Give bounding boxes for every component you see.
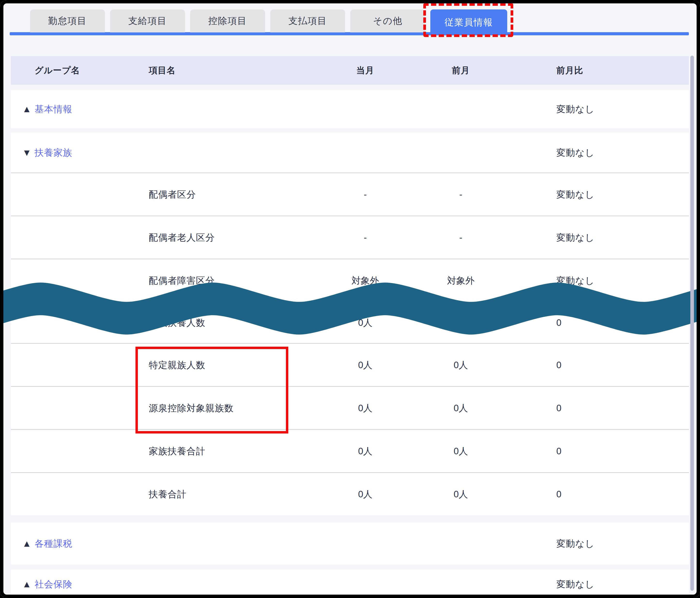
row-dependents: ▼ 扶養家族 変動なし <box>11 132 689 173</box>
row-basic-info: ▲ 基本情報 変動なし <box>11 90 689 128</box>
cell-previous-month: 0人 <box>425 359 497 371</box>
expand-arrow-icon[interactable]: ▼ <box>22 147 31 158</box>
item-label: 配偶者障害区分 <box>149 274 215 286</box>
tab-attendance-items[interactable]: 勤怠項目 <box>30 9 105 32</box>
collapse-arrow-icon[interactable]: ▲ <box>22 579 31 590</box>
cell-previous-month: 0人 <box>425 445 497 457</box>
annotation-tab-highlight-box <box>423 3 513 37</box>
cell-month-diff: 変動なし <box>556 231 595 244</box>
column-header-group: グループ名 <box>34 65 80 76</box>
tab-payment-items[interactable]: 支給項目 <box>110 9 185 32</box>
cell-month-diff: 変動なし <box>556 188 595 201</box>
column-header-previous-month: 前月 <box>425 65 497 76</box>
cell-current-month: 0人 <box>329 317 402 329</box>
cell-previous-month: 0人 <box>425 402 497 414</box>
row-withholding-target-relatives-count: 源泉控除対象親族数 0人 0人 0 <box>11 387 689 429</box>
group-label-basic-info[interactable]: 基本情報 <box>34 103 72 116</box>
cell-previous-month: 0人 <box>425 317 497 329</box>
tab-deduction-items[interactable]: 控除項目 <box>190 9 265 32</box>
row-elderly-dependents-count: 老人扶養人数 0人 0人 0 <box>11 302 689 343</box>
group-label-dependents[interactable]: 扶養家族 <box>34 146 72 159</box>
row-spouse-disability-category: 配偶者障害区分 対象外 対象外 変動なし <box>11 259 689 302</box>
cell-month-diff: 0 <box>556 446 561 456</box>
cell-current-month: - <box>329 232 402 243</box>
vertical-scrollbar-thumb[interactable] <box>690 56 694 591</box>
active-tab-underline <box>10 32 689 35</box>
row-spouse-category: 配偶者区分 - - 変動なし <box>11 173 689 216</box>
row-taxation: ▲ 各種課税 変動なし <box>11 523 689 564</box>
row-dependents-total: 扶養合計 0人 0人 0 <box>11 473 689 515</box>
cell-current-month: 0人 <box>329 445 402 457</box>
app-window: 勤怠項目 支給項目 控除項目 支払項目 その他 従業員情報 グループ名 項目名 … <box>0 0 700 598</box>
cell-month-diff: 変動なし <box>556 537 595 550</box>
cell-current-month: 0人 <box>329 359 402 371</box>
group-label-taxation[interactable]: 各種課税 <box>34 537 72 550</box>
tab-other[interactable]: その他 <box>350 9 425 32</box>
row-social-insurance: ▲ 社会保険 変動なし <box>11 570 689 598</box>
cell-month-diff: 0 <box>556 318 561 328</box>
table-header: グループ名 項目名 当月 前月 前月比 <box>11 56 689 85</box>
cell-current-month: - <box>329 189 402 200</box>
cell-current-month: 0人 <box>329 402 402 414</box>
cell-current-month: 0人 <box>329 488 402 500</box>
row-specified-relatives-count: 特定親族人数 0人 0人 0 <box>11 344 689 386</box>
cell-previous-month: - <box>425 189 497 200</box>
item-label: 扶養合計 <box>149 488 186 500</box>
cell-month-diff: 変動なし <box>556 146 595 159</box>
cell-current-month: 対象外 <box>329 274 402 286</box>
cell-month-diff: 0 <box>556 360 561 370</box>
item-label: 家族扶養合計 <box>149 445 205 457</box>
cell-previous-month: 0人 <box>425 488 497 500</box>
cell-previous-month: - <box>425 232 497 243</box>
collapse-arrow-icon[interactable]: ▲ <box>22 104 31 115</box>
collapse-arrow-icon[interactable]: ▲ <box>22 538 31 549</box>
column-header-current-month: 当月 <box>329 65 402 76</box>
group-label-social-insurance[interactable]: 社会保険 <box>34 578 72 591</box>
row-family-support-total: 家族扶養合計 0人 0人 0 <box>11 430 689 472</box>
tab-payout-items[interactable]: 支払項目 <box>270 9 345 32</box>
cell-month-diff: 変動なし <box>556 578 595 591</box>
item-label: 配偶者区分 <box>149 188 196 201</box>
cell-month-diff: 変動なし <box>556 103 595 116</box>
row-spouse-elderly-category: 配偶者老人区分 - - 変動なし <box>11 216 689 258</box>
cell-month-diff: 0 <box>556 489 561 499</box>
cell-month-diff: 0 <box>556 403 561 413</box>
column-header-month-diff: 前月比 <box>556 65 583 76</box>
item-label: 老人扶養人数 <box>149 317 205 329</box>
annotation-rows-highlight-box <box>135 347 288 433</box>
cell-previous-month: 対象外 <box>425 274 497 286</box>
item-label: 配偶者老人区分 <box>149 231 215 244</box>
cell-month-diff: 変動なし <box>556 274 595 286</box>
column-header-item: 項目名 <box>149 65 176 76</box>
